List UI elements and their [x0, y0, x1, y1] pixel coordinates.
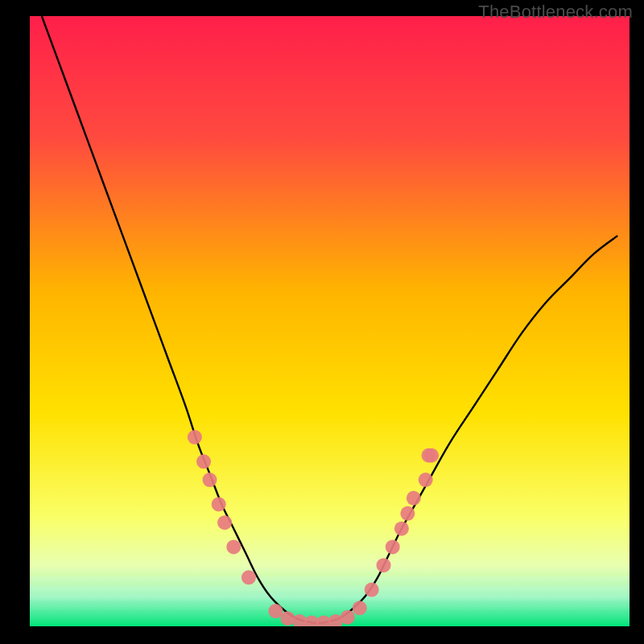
data-marker — [424, 448, 439, 463]
data-marker — [188, 430, 202, 444]
watermark-text: TheBottleneck.com — [478, 2, 633, 23]
data-marker — [353, 601, 367, 615]
data-marker — [212, 497, 226, 511]
data-marker — [242, 570, 256, 584]
data-marker — [400, 506, 415, 521]
data-marker — [394, 522, 409, 536]
data-marker — [407, 491, 421, 506]
chart-frame: TheBottleneck.com — [0, 0, 644, 644]
bottleneck-curve — [42, 16, 617, 623]
data-marker — [268, 604, 283, 618]
data-marker — [341, 610, 355, 625]
data-marker — [386, 539, 400, 554]
data-marker — [196, 454, 211, 469]
data-marker — [377, 558, 391, 572]
data-marker — [419, 473, 433, 487]
curve-layer — [30, 16, 630, 626]
data-marker — [365, 583, 379, 597]
plot-area — [30, 16, 630, 626]
data-marker — [203, 473, 217, 487]
data-marker — [226, 539, 241, 554]
data-marker — [217, 515, 232, 530]
